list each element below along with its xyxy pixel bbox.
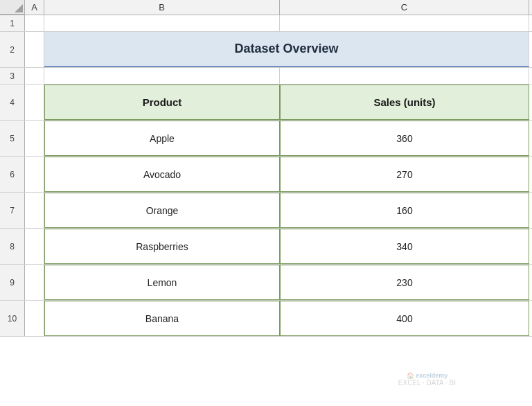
cell-product-5[interactable]: Banana xyxy=(44,301,280,336)
watermark: 🏠 exceldemy EXCEL · DATA · BI xyxy=(398,372,456,387)
cell-1b[interactable] xyxy=(44,15,280,31)
cell-product-2[interactable]: Orange xyxy=(44,193,280,228)
cell-6a[interactable] xyxy=(25,157,44,192)
row-10: 10 Banana 400 xyxy=(0,301,532,337)
cell-1c[interactable] xyxy=(280,15,529,31)
col-header-c: C xyxy=(280,0,529,15)
row-1: 1 xyxy=(0,15,532,32)
spreadsheet: A B C 1 2 Dataset Overview 3 4 xyxy=(0,0,532,406)
row-num-3: 3 xyxy=(0,68,25,84)
row-2: 2 Dataset Overview xyxy=(0,32,532,68)
row-num-9: 9 xyxy=(0,265,25,300)
row-num-8: 8 xyxy=(0,229,25,264)
col-header-b: B xyxy=(44,0,280,15)
row-6: 6 Avocado 270 xyxy=(0,157,532,193)
corner-cell xyxy=(0,0,25,15)
cell-4a[interactable] xyxy=(25,85,44,120)
cell-sales-0[interactable]: 360 xyxy=(280,121,529,156)
col-header-a: A xyxy=(25,0,44,15)
cell-product-1[interactable]: Avocado xyxy=(44,157,280,192)
cell-3b[interactable] xyxy=(44,68,280,84)
cell-3a[interactable] xyxy=(25,68,44,84)
cell-5a[interactable] xyxy=(25,121,44,156)
cell-10a[interactable] xyxy=(25,301,44,336)
cell-7a[interactable] xyxy=(25,193,44,228)
title-cell: Dataset Overview xyxy=(44,32,529,67)
row-num-7: 7 xyxy=(0,193,25,228)
cell-product-4[interactable]: Lemon xyxy=(44,265,280,300)
row-num-10: 10 xyxy=(0,301,25,336)
cell-sales-3[interactable]: 340 xyxy=(280,229,529,264)
row-9: 9 Lemon 230 xyxy=(0,265,532,301)
cell-product-3[interactable]: Raspberries xyxy=(44,229,280,264)
row-3: 3 xyxy=(0,68,532,85)
cell-sales-1[interactable]: 270 xyxy=(280,157,529,192)
cell-sales-4[interactable]: 230 xyxy=(280,265,529,300)
cell-1a[interactable] xyxy=(25,15,44,31)
table-header-product: Product xyxy=(44,85,280,120)
cell-8a[interactable] xyxy=(25,229,44,264)
row-7: 7 Orange 160 xyxy=(0,193,532,229)
row-num-1: 1 xyxy=(0,15,25,31)
row-5: 5 Apple 360 xyxy=(0,121,532,157)
column-headers: A B C xyxy=(0,0,532,15)
row-4: 4 Product Sales (units) xyxy=(0,85,532,121)
cell-3c[interactable] xyxy=(280,68,529,84)
row-num-2: 2 xyxy=(0,32,25,67)
table-header-sales: Sales (units) xyxy=(280,85,529,120)
cell-9a[interactable] xyxy=(25,265,44,300)
rows-container: 1 2 Dataset Overview 3 4 Product Sales (… xyxy=(0,15,532,337)
watermark-tagline: EXCEL · DATA · BI xyxy=(398,379,456,387)
corner-triangle-icon xyxy=(15,4,23,12)
row-num-6: 6 xyxy=(0,157,25,192)
cell-product-0[interactable]: Apple xyxy=(44,121,280,156)
row-8: 8 Raspberries 340 xyxy=(0,229,532,265)
cell-2a[interactable] xyxy=(25,32,44,67)
watermark-logo: 🏠 exceldemy xyxy=(398,372,456,379)
cell-sales-2[interactable]: 160 xyxy=(280,193,529,228)
cell-sales-5[interactable]: 400 xyxy=(280,301,529,336)
row-num-4: 4 xyxy=(0,85,25,120)
row-num-5: 5 xyxy=(0,121,25,156)
